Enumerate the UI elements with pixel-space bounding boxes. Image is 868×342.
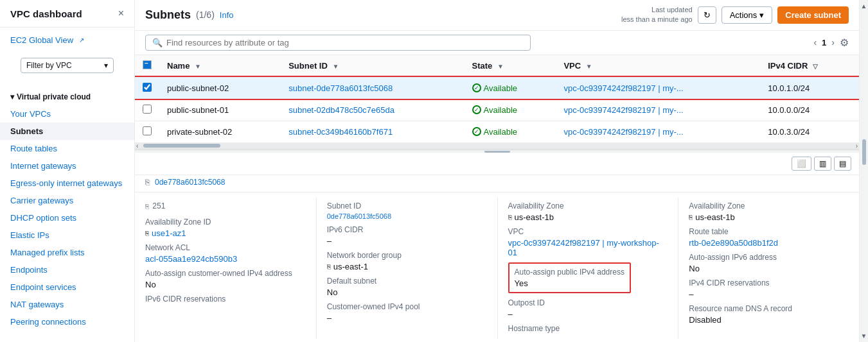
right-scrollbar[interactable]: ▲ ▼ [859,0,868,342]
az-id-value: ⎘ use1-az1 [145,228,306,238]
row-ipv4-cidr: 10.0.0.0/24 [760,99,859,121]
sort-icon: ▼ [586,63,592,70]
sidebar-item-your-vpcs[interactable]: Your VPCs [0,105,134,123]
sidebar-item-endpoint-services[interactable]: Endpoint services [0,278,134,296]
select-all-checkbox[interactable] [143,60,152,69]
customer-ipv4-value: – [327,313,487,323]
outpost-id-label: Outpost ID [508,298,668,307]
row-state: ✓ Available [465,99,556,121]
top-bar-left: Subnets (1/6) Info [145,8,234,22]
filter-vpc-dropdown[interactable]: Filter by VPC ▾ [21,58,114,73]
search-input-wrap: 🔍 [145,35,531,51]
state-badge: ✓ Available [472,83,549,93]
detail-toolbar: ⬜ ▥ ▤ [135,153,859,175]
table-row[interactable]: public-subnet-02 subnet-0de778a6013fc506… [135,77,859,99]
select-all-header[interactable] [135,55,159,77]
col-vpc: VPC ▼ [556,55,760,77]
view-toggle-buttons: ⬜ ▥ ▤ [792,157,851,171]
sidebar-header: VPC dashboard × [0,0,134,28]
next-page-button[interactable]: › [829,36,837,49]
table-row[interactable]: public-subnet-01 subnet-02db478c50c7e65d… [135,99,859,121]
sidebar-item-route-tables[interactable]: Route tables [0,140,134,157]
row-checkbox-cell[interactable] [135,121,159,142]
row-checkbox[interactable] [143,126,152,135]
table-row[interactable]: private-subnet-02 subnet-0c349b46160b7f6… [135,121,859,142]
subnet-id-link[interactable]: subnet-02db478c50c7e65da [288,105,394,115]
chevron-down-icon: ▾ [104,61,108,70]
network-acl-value[interactable]: acl-055aa1e924cb590b3 [145,254,306,264]
sort-icon: ▼ [332,63,339,70]
auto-assign-customer-label: Auto-assign customer-owned IPv4 address [145,269,306,278]
vpc-link[interactable]: vpc-0c93974242f982197 | my-... [563,127,683,137]
ipv4-cidr-reservations-value: – [689,289,849,299]
detail-col-2: Subnet ID 0de778a6013fc5068 IPv6 CIDR – … [316,198,497,339]
resource-name-dns-value: Disabled [689,315,849,325]
sidebar-item-elastic-ips[interactable]: Elastic IPs [0,227,134,244]
vpc-value[interactable]: vpc-0c93974242f982197 | my-workshop-01 [508,238,668,257]
detail-subnet-id[interactable]: 0de778a6013fc5068 [155,178,225,187]
settings-icon[interactable]: ⚙ [840,37,849,49]
info-link[interactable]: Info [220,10,234,20]
view-vertical-button[interactable]: ▥ [814,157,831,171]
ipv4-cidr-reservations-label: IPv4 CIDR reservations [689,278,849,287]
refresh-button[interactable]: ↻ [698,6,716,24]
row-subnet-id: subnet-02db478c50c7e65da [281,99,464,121]
detail-col-3: Availability Zone ⎘ us-east-1b VPC vpc-0… [497,198,678,339]
vpc-link[interactable]: vpc-0c93974242f982197 | my-... [563,105,683,115]
subnet-id-label: Subnet ID [327,201,487,210]
table-header: Name ▼ Subnet ID ▼ State ▼ VPC [135,55,859,77]
subnet-id-link[interactable]: subnet-0de778a6013fc5068 [288,83,393,93]
row-checkbox[interactable] [143,83,152,92]
subnet-id-link[interactable]: subnet-0c349b46160b7f671 [288,127,393,137]
row-checkbox-cell[interactable] [135,99,159,121]
search-input[interactable] [166,38,524,47]
sidebar-item-dhcp[interactable]: DHCP option sets [0,209,134,227]
sidebar-item-prefix-lists[interactable]: Managed prefix lists [0,244,134,261]
sidebar-item-carrier-gateways[interactable]: Carrier gateways [0,192,134,209]
view-split-button[interactable]: ⬜ [792,157,811,171]
top-bar: Subnets (1/6) Info Last updated less tha… [135,0,859,31]
scroll-down-icon[interactable]: ▼ [861,332,867,339]
search-icon: 🔍 [152,38,163,47]
vpc-link[interactable]: vpc-0c93974242f982197 | my-... [563,83,683,93]
scroll-up-icon[interactable]: ▲ [861,3,867,10]
auto-assign-ipv4-highlight: Auto-assign public IPv4 address Yes [508,262,631,293]
network-acl-label: Network ACL [145,243,306,252]
scroll-thumb[interactable] [143,144,220,148]
subnet-id-detail[interactable]: 0de778a6013fc5068 [327,212,487,220]
ec2-global-view-link[interactable]: EC2 Global View ↗ [10,33,84,47]
actions-button[interactable]: Actions ▾ [722,6,773,24]
sidebar-item-nat-gateways[interactable]: NAT gateways [0,296,134,313]
copy-icon[interactable]: ⎘ [145,178,150,187]
row-name: public-subnet-01 [159,99,281,121]
sidebar-item-egress-only[interactable]: Egress-only internet gateways [0,175,134,192]
chevron-down-icon: ▾ [10,92,14,101]
close-icon[interactable]: × [118,8,124,19]
state-badge: ✓ Available [472,127,549,137]
sidebar-item-internet-gateways[interactable]: Internet gateways [0,157,134,175]
chevron-down-icon: ▾ [759,10,764,20]
sidebar-section-header: ▾ Virtual private cloud [0,89,134,105]
refresh-icon: ↻ [704,10,711,20]
copy-icon: ⎘ [508,214,512,221]
scroll-left-icon[interactable]: ‹ [136,142,138,150]
scroll-right-icon[interactable]: › [856,142,858,150]
horizontal-scrollbar[interactable]: ‹ › [135,143,859,150]
sidebar-item-subnets[interactable]: Subnets [0,123,134,140]
sort-icon: ▽ [813,63,818,70]
sidebar-item-endpoints[interactable]: Endpoints [0,261,134,278]
sidebar-item-peering[interactable]: Peering connections [0,313,134,330]
create-subnet-button[interactable]: Create subnet [777,6,849,24]
row-checkbox-cell[interactable] [135,77,159,99]
page-count: (1/6) [196,10,215,20]
scroll-thumb-v[interactable] [862,139,866,165]
page-number: 1 [822,38,826,47]
view-panel-button[interactable]: ▤ [834,157,851,171]
prev-page-button[interactable]: ‹ [811,36,819,49]
auto-assign-ipv4-value: Yes [515,278,624,288]
count-label: ⎘ 251 [145,201,306,210]
last-updated: Last updated less than a minute ago [621,5,693,25]
route-table-value[interactable]: rtb-0e2e890a50d8b1f2d [689,238,849,248]
row-checkbox[interactable] [143,105,152,114]
default-subnet-value: No [327,287,487,297]
